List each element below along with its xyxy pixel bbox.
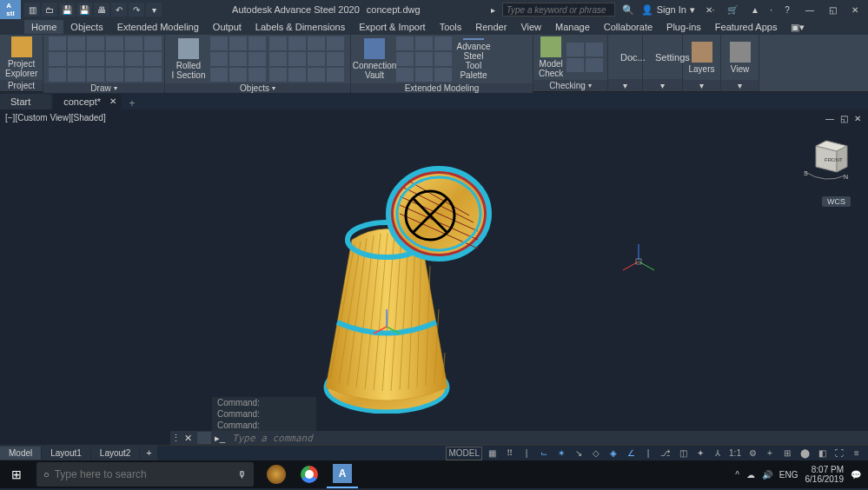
- wcs-badge[interactable]: WCS: [822, 196, 851, 207]
- panel-draw-title[interactable]: Draw: [43, 83, 164, 93]
- taskbar-search[interactable]: ○ 🎙: [36, 462, 254, 487]
- app-logo[interactable]: Astl: [0, 0, 21, 19]
- tab-objects[interactable]: Objects: [63, 20, 109, 34]
- mic-icon[interactable]: 🎙: [237, 469, 247, 480]
- hardware-accel-icon[interactable]: ⬤: [797, 447, 812, 460]
- polar-icon[interactable]: ✶: [553, 447, 569, 460]
- weld-icon[interactable]: [229, 52, 247, 66]
- viewport[interactable]: [−][Custom View][Shaded] — ◱ ✕ FRONT S N…: [0, 109, 868, 445]
- add-layout-button[interactable]: +: [140, 447, 157, 458]
- obj-icon-11[interactable]: [308, 68, 325, 82]
- restore-button[interactable]: ◱: [825, 3, 840, 17]
- tab-manage[interactable]: Manage: [548, 20, 597, 34]
- tab-extended-modeling[interactable]: Extended Modeling: [110, 20, 206, 34]
- panel-objects-title[interactable]: Objects: [165, 83, 350, 93]
- command-close-icon[interactable]: ✕: [181, 433, 195, 444]
- qat-open-icon[interactable]: 🗀: [42, 3, 57, 17]
- snap-icon[interactable]: ⠿: [501, 447, 517, 460]
- tab-view[interactable]: View: [514, 20, 548, 34]
- viewport-maximize-icon[interactable]: ◱: [838, 113, 849, 123]
- qat-save-icon[interactable]: 💾: [59, 3, 75, 17]
- search-icon[interactable]: 🔍: [622, 4, 634, 16]
- check-icon-4[interactable]: [586, 58, 603, 72]
- obj-icon-12[interactable]: [327, 68, 344, 82]
- ext-icon-4[interactable]: [396, 52, 414, 66]
- close-icon[interactable]: ✕: [109, 96, 116, 106]
- tab-labels-dimensions[interactable]: Labels & Dimensions: [248, 20, 352, 34]
- ext-icon-6[interactable]: [434, 52, 452, 66]
- rail-icon[interactable]: [248, 68, 266, 82]
- column-icon[interactable]: [229, 36, 247, 50]
- arc-icon[interactable]: [106, 36, 123, 50]
- trim-icon[interactable]: [49, 68, 66, 82]
- panel-checking-title[interactable]: Checking: [533, 80, 607, 91]
- panel-doc-expand[interactable]: ▾: [608, 79, 642, 91]
- 3dosnap-icon[interactable]: ◈: [606, 447, 621, 460]
- ext-icon-8[interactable]: [415, 68, 433, 82]
- obj-icon-3[interactable]: [308, 36, 325, 50]
- selection-cycling-icon[interactable]: ◫: [675, 447, 691, 460]
- ellipse-icon[interactable]: [68, 52, 85, 66]
- qat-saveas-icon[interactable]: 💾: [76, 3, 92, 17]
- qat-print-icon[interactable]: 🖶: [94, 3, 109, 17]
- ext-icon-5[interactable]: [415, 52, 433, 66]
- command-options-icon[interactable]: [197, 432, 211, 444]
- model-space-badge[interactable]: MODEL: [446, 447, 482, 460]
- ortho-icon[interactable]: ⌙: [536, 447, 552, 460]
- tab-tools[interactable]: Tools: [433, 20, 469, 34]
- gizmo-icon[interactable]: ✦: [692, 447, 708, 460]
- exchange-icon[interactable]: ✕·: [702, 3, 718, 17]
- viewcube[interactable]: FRONT S N: [798, 136, 851, 188]
- array-icon[interactable]: [144, 68, 162, 82]
- qat-redo-icon[interactable]: ↷: [129, 3, 144, 17]
- tab-expand-icon[interactable]: ▣▾: [784, 20, 812, 35]
- minimize-button[interactable]: —: [802, 3, 818, 17]
- hatch-icon[interactable]: [87, 52, 104, 66]
- taskbar-app-1[interactable]: [261, 460, 292, 488]
- tool-palette-button[interactable]: Advance Steel Tool Palette: [455, 38, 492, 80]
- tray-clock[interactable]: 8:07 PM 6/16/2019: [805, 465, 845, 484]
- model-check-button[interactable]: Model Check: [539, 36, 563, 78]
- rolled-section-button[interactable]: Rolled I Section: [170, 38, 207, 80]
- tab-home[interactable]: Home: [24, 20, 63, 34]
- layout-tab-layout2[interactable]: Layout2: [91, 447, 141, 460]
- tray-sound-icon[interactable]: 🔊: [762, 470, 772, 480]
- grid-icon[interactable]: ▦: [484, 447, 500, 460]
- fillet-icon[interactable]: [87, 68, 104, 82]
- dynamic-ucs-icon[interactable]: ⎇: [658, 447, 673, 460]
- connection-vault-button[interactable]: Connection Vault: [356, 38, 393, 80]
- stair-icon[interactable]: [229, 68, 247, 82]
- help-icon[interactable]: ?: [779, 3, 795, 17]
- tray-lang[interactable]: ENG: [779, 470, 798, 480]
- command-input[interactable]: [227, 433, 868, 444]
- viewport-close-icon[interactable]: ✕: [852, 113, 863, 123]
- tab-export-import[interactable]: Export & Import: [352, 20, 432, 34]
- polyline-icon[interactable]: [68, 36, 85, 50]
- layers-button[interactable]: Layers: [688, 36, 715, 78]
- annotation-icon[interactable]: ⅄: [710, 447, 726, 460]
- viewport-label[interactable]: [−][Custom View][Shaded]: [5, 113, 106, 122]
- tray-cloud-icon[interactable]: ☁: [746, 470, 755, 480]
- ext-icon-9[interactable]: [434, 68, 452, 82]
- move-icon[interactable]: [144, 36, 162, 50]
- anchor-icon[interactable]: [248, 52, 266, 66]
- tab-collaborate[interactable]: Collaborate: [597, 20, 659, 34]
- obj-icon-5[interactable]: [269, 52, 287, 66]
- obj-icon-4[interactable]: [327, 36, 344, 50]
- tray-notifications-icon[interactable]: 💬: [851, 470, 861, 480]
- qat-undo-icon[interactable]: ↶: [111, 3, 127, 17]
- bolt-icon[interactable]: [210, 52, 228, 66]
- panel-extmodel-title[interactable]: Extended Modeling: [351, 83, 533, 93]
- doc-tab-start[interactable]: Start: [0, 94, 51, 109]
- obj-icon-10[interactable]: [288, 68, 306, 82]
- cloud-icon[interactable]: ▲: [747, 3, 763, 17]
- layout-tab-layout1[interactable]: Layout1: [42, 447, 91, 460]
- signin-button[interactable]: 👤 Sign In ▾: [641, 4, 695, 16]
- doc-tab-concept[interactable]: concept*✕: [53, 94, 122, 109]
- clean-screen-icon[interactable]: ⛶: [832, 447, 847, 460]
- add-tab-button[interactable]: +: [123, 97, 141, 109]
- panel-settings-expand[interactable]: ▾: [643, 79, 682, 91]
- ext-icon-3[interactable]: [434, 36, 452, 50]
- units-icon[interactable]: ⊞: [779, 447, 795, 460]
- obj-icon-6[interactable]: [288, 52, 306, 66]
